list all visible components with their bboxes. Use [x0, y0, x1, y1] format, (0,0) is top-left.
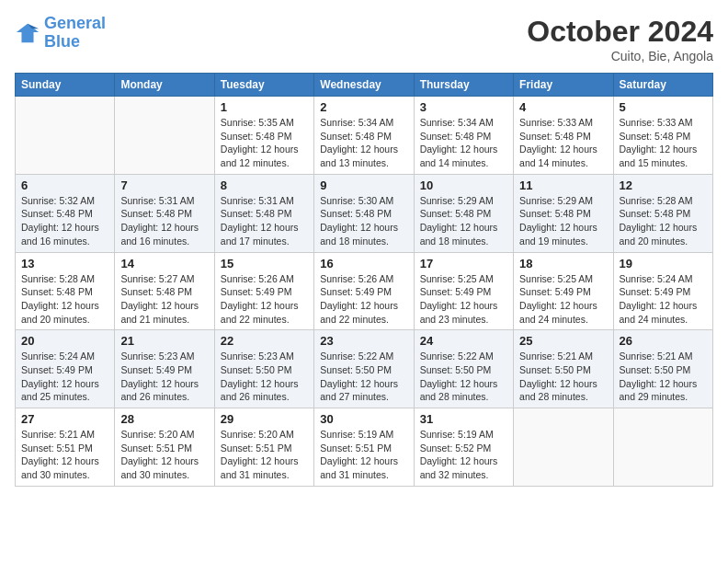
day-number: 21 — [120, 334, 208, 348]
day-info: Sunrise: 5:26 AM Sunset: 5:49 PM Dayligh… — [221, 272, 308, 327]
calendar-cell: 5Sunrise: 5:33 AM Sunset: 5:48 PM Daylig… — [613, 97, 712, 175]
day-info: Sunrise: 5:34 AM Sunset: 5:48 PM Dayligh… — [420, 116, 507, 170]
day-info: Sunrise: 5:30 AM Sunset: 5:48 PM Dayligh… — [320, 194, 407, 248]
calendar-cell: 8Sunrise: 5:31 AM Sunset: 5:48 PM Daylig… — [214, 174, 313, 252]
day-number: 10 — [420, 178, 507, 192]
calendar-cell: 19Sunrise: 5:24 AM Sunset: 5:49 PM Dayli… — [613, 252, 712, 330]
day-header-sunday: Sunday — [16, 74, 115, 97]
day-number: 27 — [21, 412, 108, 426]
day-number: 1 — [221, 100, 308, 114]
day-number: 18 — [519, 257, 607, 270]
day-number: 4 — [519, 100, 607, 114]
month-title: October 2024 — [527, 15, 713, 49]
day-number: 14 — [120, 257, 208, 270]
day-info: Sunrise: 5:24 AM Sunset: 5:49 PM Dayligh… — [620, 272, 707, 327]
calendar-cell: 12Sunrise: 5:28 AM Sunset: 5:48 PM Dayli… — [613, 174, 712, 252]
day-header-friday: Friday — [514, 74, 613, 97]
day-number: 25 — [519, 334, 607, 348]
day-number: 3 — [420, 100, 507, 114]
calendar-cell: 15Sunrise: 5:26 AM Sunset: 5:49 PM Dayli… — [214, 252, 313, 330]
day-info: Sunrise: 5:19 AM Sunset: 5:52 PM Dayligh… — [420, 428, 507, 482]
page-header: General Blue October 2024 Cuito, Bie, An… — [15, 15, 713, 63]
svg-marker-0 — [17, 24, 39, 43]
day-header-tuesday: Tuesday — [214, 74, 313, 97]
calendar-cell: 27Sunrise: 5:21 AM Sunset: 5:51 PM Dayli… — [16, 408, 115, 487]
day-number: 30 — [320, 412, 407, 426]
day-header-thursday: Thursday — [414, 74, 513, 97]
calendar-week-3: 13Sunrise: 5:28 AM Sunset: 5:48 PM Dayli… — [16, 252, 713, 330]
day-number: 22 — [221, 334, 308, 348]
calendar-cell: 2Sunrise: 5:34 AM Sunset: 5:48 PM Daylig… — [314, 97, 414, 175]
calendar-table: SundayMondayTuesdayWednesdayThursdayFrid… — [15, 73, 713, 487]
title-block: October 2024 Cuito, Bie, Angola — [527, 15, 713, 63]
day-info: Sunrise: 5:19 AM Sunset: 5:51 PM Dayligh… — [320, 428, 407, 482]
day-number: 19 — [620, 257, 707, 270]
calendar-cell: 28Sunrise: 5:20 AM Sunset: 5:51 PM Dayli… — [115, 408, 214, 487]
day-info: Sunrise: 5:29 AM Sunset: 5:48 PM Dayligh… — [519, 194, 607, 248]
day-number: 15 — [221, 257, 308, 270]
day-info: Sunrise: 5:27 AM Sunset: 5:48 PM Dayligh… — [120, 272, 208, 327]
calendar-week-5: 27Sunrise: 5:21 AM Sunset: 5:51 PM Dayli… — [16, 408, 713, 487]
day-info: Sunrise: 5:23 AM Sunset: 5:50 PM Dayligh… — [221, 350, 308, 404]
calendar-cell: 11Sunrise: 5:29 AM Sunset: 5:48 PM Dayli… — [514, 174, 613, 252]
day-number: 13 — [21, 257, 108, 270]
day-info: Sunrise: 5:33 AM Sunset: 5:48 PM Dayligh… — [519, 116, 607, 170]
day-info: Sunrise: 5:22 AM Sunset: 5:50 PM Dayligh… — [320, 350, 407, 404]
logo: General Blue — [15, 15, 106, 52]
calendar-cell — [115, 97, 214, 175]
calendar-cell: 10Sunrise: 5:29 AM Sunset: 5:48 PM Dayli… — [414, 174, 513, 252]
calendar-cell — [16, 97, 115, 175]
calendar-cell — [613, 408, 712, 487]
logo-icon — [15, 20, 40, 46]
calendar-cell: 25Sunrise: 5:21 AM Sunset: 5:50 PM Dayli… — [514, 330, 613, 408]
day-header-saturday: Saturday — [613, 74, 712, 97]
calendar-cell: 24Sunrise: 5:22 AM Sunset: 5:50 PM Dayli… — [414, 330, 513, 408]
day-info: Sunrise: 5:20 AM Sunset: 5:51 PM Dayligh… — [120, 428, 208, 482]
calendar-week-1: 1Sunrise: 5:35 AM Sunset: 5:48 PM Daylig… — [16, 97, 713, 175]
calendar-cell: 29Sunrise: 5:20 AM Sunset: 5:51 PM Dayli… — [214, 408, 313, 487]
calendar-cell: 26Sunrise: 5:21 AM Sunset: 5:50 PM Dayli… — [613, 330, 712, 408]
calendar-cell: 22Sunrise: 5:23 AM Sunset: 5:50 PM Dayli… — [214, 330, 313, 408]
calendar-cell: 31Sunrise: 5:19 AM Sunset: 5:52 PM Dayli… — [414, 408, 513, 487]
calendar-cell: 21Sunrise: 5:23 AM Sunset: 5:49 PM Dayli… — [115, 330, 214, 408]
calendar-cell: 16Sunrise: 5:26 AM Sunset: 5:49 PM Dayli… — [314, 252, 414, 330]
day-info: Sunrise: 5:23 AM Sunset: 5:49 PM Dayligh… — [120, 350, 208, 404]
day-number: 17 — [420, 257, 507, 270]
day-info: Sunrise: 5:29 AM Sunset: 5:48 PM Dayligh… — [420, 194, 507, 248]
day-number: 20 — [21, 334, 108, 348]
calendar-cell: 30Sunrise: 5:19 AM Sunset: 5:51 PM Dayli… — [314, 408, 414, 487]
day-number: 5 — [620, 100, 707, 114]
day-info: Sunrise: 5:21 AM Sunset: 5:51 PM Dayligh… — [21, 428, 108, 482]
day-info: Sunrise: 5:31 AM Sunset: 5:48 PM Dayligh… — [120, 194, 208, 248]
day-info: Sunrise: 5:21 AM Sunset: 5:50 PM Dayligh… — [519, 350, 607, 404]
calendar-cell: 17Sunrise: 5:25 AM Sunset: 5:49 PM Dayli… — [414, 252, 513, 330]
day-number: 29 — [221, 412, 308, 426]
day-number: 24 — [420, 334, 507, 348]
calendar-cell: 14Sunrise: 5:27 AM Sunset: 5:48 PM Dayli… — [115, 252, 214, 330]
calendar-cell: 6Sunrise: 5:32 AM Sunset: 5:48 PM Daylig… — [16, 174, 115, 252]
day-number: 12 — [620, 178, 707, 192]
day-info: Sunrise: 5:21 AM Sunset: 5:50 PM Dayligh… — [620, 350, 707, 404]
day-info: Sunrise: 5:35 AM Sunset: 5:48 PM Dayligh… — [221, 116, 308, 170]
day-header-monday: Monday — [115, 74, 214, 97]
day-number: 23 — [320, 334, 407, 348]
calendar-cell: 13Sunrise: 5:28 AM Sunset: 5:48 PM Dayli… — [16, 252, 115, 330]
calendar-cell: 3Sunrise: 5:34 AM Sunset: 5:48 PM Daylig… — [414, 97, 513, 175]
calendar-cell: 20Sunrise: 5:24 AM Sunset: 5:49 PM Dayli… — [16, 330, 115, 408]
day-number: 28 — [120, 412, 208, 426]
day-info: Sunrise: 5:28 AM Sunset: 5:48 PM Dayligh… — [21, 272, 108, 327]
day-info: Sunrise: 5:25 AM Sunset: 5:49 PM Dayligh… — [420, 272, 507, 327]
calendar-cell: 7Sunrise: 5:31 AM Sunset: 5:48 PM Daylig… — [115, 174, 214, 252]
day-number: 31 — [420, 412, 507, 426]
calendar-cell — [514, 408, 613, 487]
day-info: Sunrise: 5:32 AM Sunset: 5:48 PM Dayligh… — [21, 194, 108, 248]
day-info: Sunrise: 5:24 AM Sunset: 5:49 PM Dayligh… — [21, 350, 108, 404]
calendar-header-row: SundayMondayTuesdayWednesdayThursdayFrid… — [16, 74, 713, 97]
day-number: 7 — [120, 178, 208, 192]
calendar-week-2: 6Sunrise: 5:32 AM Sunset: 5:48 PM Daylig… — [16, 174, 713, 252]
day-info: Sunrise: 5:28 AM Sunset: 5:48 PM Dayligh… — [620, 194, 707, 248]
day-info: Sunrise: 5:20 AM Sunset: 5:51 PM Dayligh… — [221, 428, 308, 482]
day-number: 11 — [519, 178, 607, 192]
day-header-wednesday: Wednesday — [314, 74, 414, 97]
calendar-cell: 9Sunrise: 5:30 AM Sunset: 5:48 PM Daylig… — [314, 174, 414, 252]
